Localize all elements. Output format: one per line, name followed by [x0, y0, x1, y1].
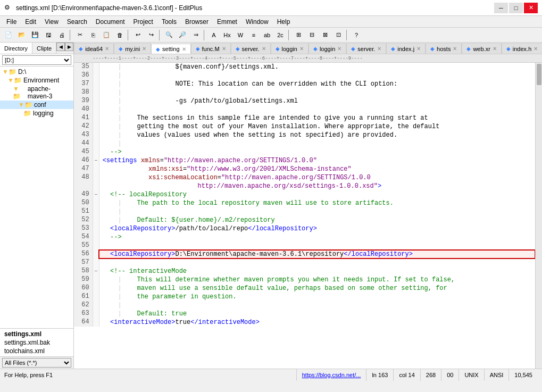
table-row: 48 xsi:schemaLocation="http://maven.apac… — [74, 173, 535, 190]
minimize-button[interactable]: ─ — [494, 3, 508, 13]
toolbar: 📄 📂 💾 🖫 🖨 ✂ ⎘ 📋 🗑 ↩ ↪ 🔍 🔎 ⇒ A Hx W ≡ ab … — [0, 28, 542, 43]
menu-browser[interactable]: Browser — [181, 16, 213, 28]
tb-save-all[interactable]: 🖫 — [42, 29, 55, 41]
status-encoding: ANSI — [484, 369, 509, 381]
tb-cut[interactable]: ✂ — [73, 29, 86, 41]
folder-icon: 📁 — [23, 110, 31, 117]
toolbar-sep2 — [128, 30, 130, 40]
menu-window[interactable]: Window — [241, 16, 273, 28]
tb-b6[interactable]: 2c — [274, 29, 287, 41]
tb-b2[interactable]: Hx — [221, 29, 234, 41]
tb-find[interactable]: 🔍 — [163, 29, 176, 41]
menu-help[interactable]: Help — [273, 16, 295, 28]
tab-hosts[interactable]: ◆hosts✕ — [426, 43, 462, 54]
file-item-settings[interactable]: settings.xml — [0, 330, 73, 338]
tree-item-logging[interactable]: 📁 logging — [0, 109, 73, 118]
folder-icon: ▼📁 — [2, 68, 16, 76]
tb-paste[interactable]: 📋 — [100, 29, 113, 41]
tb-b8[interactable]: ⊟ — [305, 29, 318, 41]
sidebar: Directory Clipte ◀ ▶ [D:] ▼📁 D:\ ▼📁 Envi… — [0, 43, 74, 369]
tab-bar: ◆idea64✕ ◆my.ini✕ ◆setting✕ ◆func.M✕ ◆se… — [74, 43, 542, 54]
tree-item-conf[interactable]: ▼📁 conf — [0, 101, 73, 109]
vertical-scrollbar[interactable] — [535, 63, 542, 369]
menu-bar: File Edit View Search Document Project T… — [0, 16, 542, 28]
table-row-highlighted: 56 <localRepository>D:\Environment\apach… — [74, 250, 535, 258]
drive-header: [D:] — [0, 54, 73, 66]
file-tree: ▼📁 D:\ ▼📁 Environment ▼📁 apache-maven-3 … — [0, 66, 73, 328]
table-row: 35 | ${maven.conf}/settings.xml. — [74, 63, 535, 71]
tab-myini[interactable]: ◆my.ini✕ — [114, 43, 151, 54]
menu-project[interactable]: Project — [129, 16, 157, 28]
tb-redo[interactable]: ↪ — [145, 29, 157, 41]
tb-print[interactable]: 🖨 — [55, 29, 68, 41]
code-table: 35 | ${maven.conf}/settings.xml. 36 | — [74, 63, 535, 327]
tb-copy[interactable]: ⎘ — [87, 29, 99, 41]
status-chars: 268 — [420, 369, 441, 381]
code-area[interactable]: 35 | ${maven.conf}/settings.xml. 36 | — [74, 63, 542, 369]
toolbar-sep5 — [288, 30, 290, 40]
tab-indexh[interactable]: ◆index.h✕ — [502, 43, 542, 54]
toolbar-sep6 — [346, 30, 348, 40]
sidebar-tab-directory[interactable]: Directory — [0, 43, 32, 54]
tab-loggin1[interactable]: ◆loggin✕ — [271, 43, 308, 54]
tab-idea64[interactable]: ◆idea64✕ — [74, 43, 114, 54]
tab-server2[interactable]: ◆server.✕ — [346, 43, 386, 54]
tb-b9[interactable]: ⊠ — [319, 29, 331, 41]
tb-undo[interactable]: ↩ — [131, 29, 144, 41]
tb-help[interactable]: ? — [350, 29, 363, 41]
file-item-toolchains[interactable]: toolchains.xml — [0, 347, 73, 355]
tb-new[interactable]: 📄 — [2, 29, 15, 41]
scrollbar-thumb[interactable] — [537, 64, 541, 85]
tb-b7[interactable]: ⊞ — [292, 29, 305, 41]
filter-select[interactable]: All Files (*.*) — [2, 358, 71, 368]
restore-button[interactable]: □ — [509, 3, 523, 13]
table-row: 58 − <!-- interactiveMode — [74, 267, 535, 276]
tb-b10[interactable]: ⊡ — [332, 29, 345, 41]
ruler: ----+----1----+----2----+----3----+----4… — [74, 54, 542, 63]
tab-loggin2[interactable]: ◆loggin✕ — [308, 43, 346, 54]
status-help: For Help, press F1 — [4, 372, 296, 378]
menu-file[interactable]: File — [2, 16, 21, 28]
tab-func[interactable]: ◆func.M✕ — [191, 43, 231, 54]
tab-indexj[interactable]: ◆index.j✕ — [386, 43, 426, 54]
tb-find-replace[interactable]: 🔎 — [176, 29, 189, 41]
sidebar-tab-bar: Directory Clipte ◀ ▶ — [0, 43, 73, 54]
folder-icon: ▼📁 — [13, 85, 26, 100]
table-row: 54 --> — [74, 233, 535, 241]
table-row: 45 --> — [74, 148, 535, 156]
tb-delete[interactable]: 🗑 — [113, 29, 126, 41]
table-row: 64 <interactiveMode>true</interactiveMod… — [74, 318, 535, 327]
menu-search[interactable]: Search — [63, 16, 91, 28]
tb-b4[interactable]: ≡ — [247, 29, 260, 41]
menu-document[interactable]: Document — [91, 16, 129, 28]
table-row: 52 | Default: ${user.home}/.m2/repositor… — [74, 216, 535, 224]
tb-b1[interactable]: A — [207, 29, 220, 41]
table-row: 60 | maven will use a sensible default v… — [74, 284, 535, 293]
table-row: 50 | The path to the local repository ma… — [74, 199, 535, 207]
status-num: 00 — [441, 369, 458, 381]
menu-emmet[interactable]: Emmet — [213, 16, 241, 28]
menu-view[interactable]: View — [40, 16, 63, 28]
tb-save[interactable]: 💾 — [29, 29, 41, 41]
drive-select[interactable]: [D:] — [2, 55, 71, 65]
tab-webxr[interactable]: ◆web.xr✕ — [462, 43, 501, 54]
tab-server1[interactable]: ◆server.✕ — [231, 43, 271, 54]
tree-item-d[interactable]: ▼📁 D:\ — [0, 68, 73, 76]
tree-item-environment[interactable]: ▼📁 Environment — [0, 76, 73, 85]
file-item-settings-bak[interactable]: settings.xml.bak — [0, 338, 73, 347]
menu-edit[interactable]: Edit — [21, 16, 40, 28]
code-scroll[interactable]: 35 | ${maven.conf}/settings.xml. 36 | — [74, 63, 535, 369]
close-button[interactable]: ✕ — [524, 3, 538, 13]
status-link[interactable]: https://blog.csdn.net/... — [296, 369, 366, 381]
tb-open[interactable]: 📂 — [15, 29, 28, 41]
tree-item-maven[interactable]: ▼📁 apache-maven-3 — [0, 85, 73, 101]
sidebar-nav-right[interactable]: ▶ — [65, 43, 73, 51]
tab-settings[interactable]: ◆setting✕ — [151, 44, 190, 54]
menu-tools[interactable]: Tools — [157, 16, 181, 28]
sidebar-nav-left[interactable]: ◀ — [56, 43, 65, 51]
sidebar-tab-cliptext[interactable]: Clipte — [32, 43, 56, 54]
tb-b5[interactable]: ab — [261, 29, 273, 41]
tb-b3[interactable]: W — [234, 29, 247, 41]
tb-find-next[interactable]: ⇒ — [189, 29, 202, 41]
table-row: 62 | — [74, 301, 535, 310]
